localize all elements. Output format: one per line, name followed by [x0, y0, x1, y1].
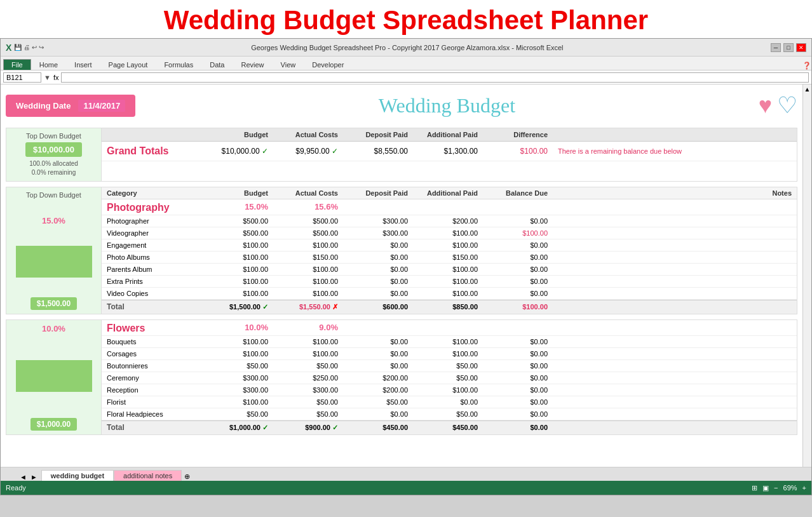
cat-col-additional: Additional Paid — [413, 189, 483, 197]
flowers-actual-pct: 9.0% — [273, 323, 343, 334]
sheet-tab-additional-notes[interactable]: additional notes — [114, 470, 182, 481]
formula-expand-icon: ▼ — [44, 74, 51, 81]
table-row: Photo Albums $100.00 $150.00 $0.00 $150.… — [102, 252, 797, 264]
status-ready: Ready — [6, 484, 26, 492]
check-icon: ✓ — [262, 303, 268, 311]
flowers-pct: 10.0% — [42, 324, 65, 333]
tab-formulas[interactable]: Formulas — [156, 59, 201, 70]
zoom-level: 69% — [783, 484, 797, 492]
col-header-category — [102, 131, 203, 138]
total-label: Total — [102, 302, 203, 312]
spreadsheet: Wedding Date 11/4/2017 Wedding Budget ♥ … — [1, 84, 802, 495]
col-header-budget: Budget — [203, 131, 273, 138]
cat-col-deposit: Deposit Paid — [343, 189, 413, 197]
wb-header: Wedding Date 11/4/2017 Wedding Budget ♥ … — [6, 90, 797, 121]
cat-col-balance: Balance Due — [483, 189, 553, 197]
table-row: Videographer $500.00 $500.00 $300.00 $10… — [102, 227, 797, 239]
col-header-notes — [553, 131, 797, 138]
gt-budget: $10,000.00 ✓ — [203, 147, 273, 156]
page-view-icon[interactable]: ⊞ — [752, 484, 757, 492]
table-row: Ceremony $300.00 $250.00 $200.00 $50.00 … — [102, 372, 797, 384]
heart-outline-icon: ♡ — [777, 92, 797, 119]
photography-budget-box: $1,500.00 — [30, 297, 77, 310]
photography-pct: 15.0% — [42, 216, 65, 225]
tab-view[interactable]: View — [273, 59, 304, 70]
formula-bar: ▼ fx — [1, 70, 811, 84]
table-row: Engagement $100.00 $100.00 $0.00 $100.00… — [102, 239, 797, 252]
photography-top-down-label: Top Down Budget — [26, 191, 81, 199]
scrollbar-right[interactable]: ▲ ▼ — [802, 84, 811, 495]
gt-note: There is a remaining balance due below — [553, 147, 797, 155]
minimize-button[interactable]: ─ — [771, 43, 781, 52]
window-controls[interactable]: ─ □ ✕ — [771, 43, 806, 52]
formula-fx-icon: fx — [53, 74, 59, 81]
zoom-out-icon[interactable]: − — [774, 484, 778, 492]
scroll-up-icon[interactable]: ▲ — [803, 84, 811, 94]
wedding-date-block: Wedding Date 11/4/2017 — [6, 95, 135, 117]
table-row: Parents Album $100.00 $100.00 $0.00 $100… — [102, 264, 797, 276]
col-header-deposit: Deposit Paid — [343, 131, 413, 138]
toolbar-icons: 💾 🖨 ↩ ↪ — [14, 44, 43, 51]
gt-deposit: $8,550.00 — [343, 147, 413, 156]
excel-window: X 💾 🖨 ↩ ↪ Georges Wedding Budget Spreads… — [0, 38, 812, 495]
formula-input[interactable] — [61, 72, 809, 83]
tab-insert[interactable]: Insert — [66, 59, 100, 70]
photography-actual-pct: 15.6% — [273, 202, 343, 213]
add-sheet-icon[interactable]: ⊕ — [184, 473, 190, 481]
tab-page-layout[interactable]: Page Layout — [100, 59, 156, 70]
flowers-category-name: Flowers — [102, 323, 203, 334]
cell-reference-input[interactable] — [3, 72, 41, 83]
cat-col-actual: Actual Costs — [273, 189, 343, 197]
flowers-total-row: Total $1,000.00 ✓ $900.00 ✓ $450.00 $450… — [102, 420, 797, 434]
sheet-tab-wedding-budget[interactable]: wedding budget — [41, 470, 114, 481]
flowers-right: Flowers 10.0% 9.0% Bouquets $100.00 $100… — [102, 320, 797, 434]
help-icon: ❓ — [802, 62, 811, 70]
budget-amount-box: $10,000.00 — [25, 142, 82, 157]
flowers-budget-box: $1,000.00 — [30, 418, 77, 431]
photography-budget-pct: 15.0% — [203, 202, 273, 213]
flowers-left-panel: 10.0% $1,000.00 — [6, 320, 102, 434]
flowers-section: 10.0% $1,000.00 Flowers 10.0% 9.0% Bouqu… — [6, 319, 797, 435]
grand-totals-header: Budget Actual Costs Deposit Paid Additio… — [102, 128, 797, 142]
tab-data[interactable]: Data — [201, 59, 233, 70]
grand-totals-right: Budget Actual Costs Deposit Paid Additio… — [102, 128, 797, 181]
table-row: Floral Headpieces $50.00 $50.00 $0.00 $5… — [102, 408, 797, 420]
photography-right: Category Budget Actual Costs Deposit Pai… — [102, 187, 797, 314]
grand-totals-label: Grand Totals — [102, 145, 203, 157]
page-title: Wedding Budget Spreadsheet Planner — [0, 0, 812, 38]
check-icon: ✓ — [332, 424, 338, 431]
flowers-name-row: Flowers 10.0% 9.0% — [102, 320, 797, 336]
photography-left-panel: Top Down Budget 15.0% $1,500.00 — [6, 187, 102, 314]
tab-home[interactable]: Home — [31, 59, 66, 70]
window-title: Georges Wedding Budget Spreadsheet Pro -… — [44, 44, 771, 51]
photography-total-row: Total $1,500.00 ✓ $1,550.00 ✗ $600.00 $8… — [102, 300, 797, 314]
gt-additional: $1,300.00 — [413, 147, 483, 156]
content-area: Wedding Date 11/4/2017 Wedding Budget ♥ … — [1, 84, 811, 495]
wedding-date-label: Wedding Date — [16, 101, 71, 111]
heart-pink-icon: ♥ — [759, 92, 772, 119]
table-row: Extra Prints $100.00 $100.00 $0.00 $100.… — [102, 276, 797, 288]
tab-file[interactable]: File — [3, 59, 31, 70]
sheet-nav-left[interactable]: ◄ — [20, 473, 27, 481]
flowers-budget-pct: 10.0% — [203, 323, 273, 334]
layout-view-icon[interactable]: ▣ — [762, 484, 769, 492]
gt-difference: $100.00 — [483, 147, 553, 156]
tab-review[interactable]: Review — [233, 59, 272, 70]
hearts-decoration: ♥ ♡ — [759, 92, 797, 119]
grand-totals-section: Top Down Budget $10,000.00 100.0% alloca… — [6, 128, 797, 182]
sheet-nav-right[interactable]: ► — [30, 473, 37, 481]
allocation-text: 100.0% allocated0.0% remaining — [29, 159, 78, 177]
photography-name-row: Photography 15.0% 15.6% — [102, 199, 797, 215]
top-down-budget-panel: Top Down Budget $10,000.00 100.0% alloca… — [6, 128, 102, 181]
check-icon: ✓ — [262, 147, 268, 156]
ribbon-tabs: File Home Insert Page Layout Formulas Da… — [1, 57, 811, 70]
check-icon: ✓ — [262, 424, 268, 431]
top-down-budget-label: Top Down Budget — [26, 132, 81, 140]
table-row: Reception $300.00 $300.00 $200.00 $100.0… — [102, 384, 797, 396]
tab-developer[interactable]: Developer — [304, 59, 352, 70]
table-row: Bouquets $100.00 $100.00 $0.00 $100.00 $… — [102, 336, 797, 348]
photography-progress-bar — [16, 246, 92, 278]
close-button[interactable]: ✕ — [796, 43, 806, 52]
restore-button[interactable]: □ — [783, 43, 794, 52]
zoom-in-icon[interactable]: + — [802, 484, 806, 492]
